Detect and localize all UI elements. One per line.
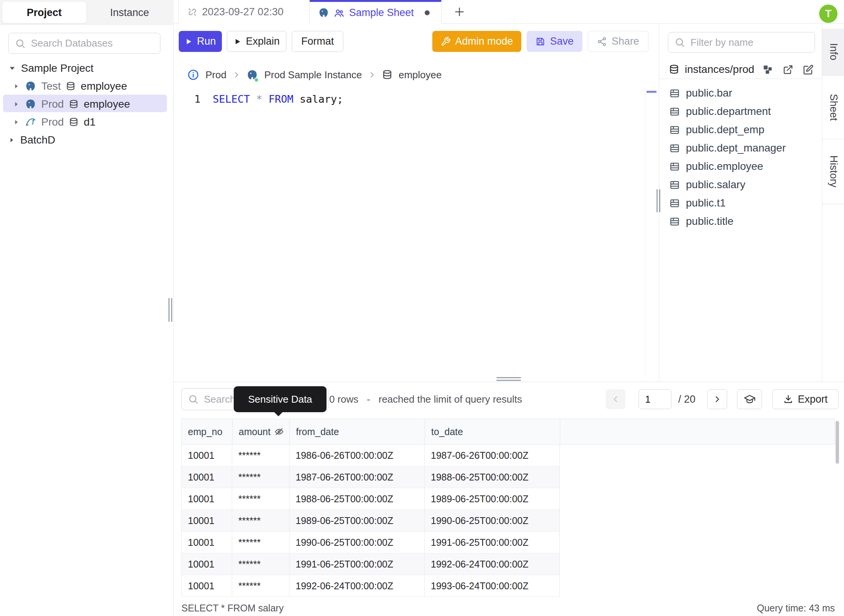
avatar[interactable]: T [819, 5, 838, 23]
table-name: public.dept_manager [686, 142, 786, 154]
table-item-public-bar[interactable]: public.bar [669, 84, 732, 102]
next-page-button[interactable] [707, 389, 727, 409]
breadcrumb-environment[interactable]: Prod [205, 69, 226, 81]
tab-info[interactable]: Info [822, 29, 844, 76]
table-item-public-dept-manager[interactable]: public.dept_manager [669, 139, 786, 157]
schema-panel: instances/prod public.bar public.departm… [659, 24, 822, 382]
eye-off-icon[interactable] [274, 427, 284, 437]
table-name: public.employee [686, 160, 763, 173]
tree-item-sample-project[interactable]: Sample Project [0, 59, 174, 77]
download-icon [783, 394, 793, 404]
breadcrumb-instance[interactable]: Prod Sample Instance [264, 69, 362, 81]
chevron-right-icon [233, 71, 240, 79]
tab-history[interactable]: History [822, 139, 844, 204]
column-header-filler [560, 419, 834, 444]
table-item-public-employee[interactable]: public.employee [669, 157, 763, 176]
tab-project[interactable]: Project [2, 2, 86, 23]
format-label: Format [301, 35, 334, 47]
page-number-input[interactable] [639, 389, 671, 409]
tree-item-prod-d1[interactable]: Prod d1 [0, 113, 174, 131]
table-item-public-dept-emp[interactable]: public.dept_emp [669, 121, 764, 139]
export-button[interactable]: Export [772, 389, 839, 409]
table-row: 10001 ****** 1988-06-25T00:00:00Z 1989-0… [181, 488, 560, 510]
editor-minimap[interactable] [645, 88, 657, 377]
cell-emp-no: 10001 [182, 553, 232, 575]
cell-from-date: 1988-06-25T00:00:00Z [289, 488, 425, 510]
new-tab-button[interactable] [448, 0, 471, 24]
external-link-icon[interactable] [783, 65, 793, 75]
cell-amount-masked: ****** [232, 466, 289, 488]
breadcrumb: Prod Prod Sample Instance employee [187, 65, 441, 85]
status-dot [254, 77, 259, 82]
unsaved-indicator-dot [425, 10, 430, 15]
cell-from-date: 1990-06-25T00:00:00Z [289, 532, 425, 553]
database-icon [66, 81, 76, 91]
tree-item-prod-employee[interactable]: Prod employee [0, 95, 174, 113]
results-resize-handle[interactable] [496, 377, 521, 381]
minimap-line-marker [647, 91, 656, 93]
table-filter-input[interactable] [690, 37, 808, 48]
cell-to-date: 1990-06-25T00:00:00Z [425, 510, 559, 531]
table-item-public-title[interactable]: public.title [669, 212, 734, 231]
users-icon [334, 8, 344, 18]
wrench-icon [441, 37, 451, 47]
result-view-mode-button[interactable] [737, 389, 762, 409]
table-item-public-t1[interactable]: public.t1 [669, 194, 726, 212]
schema-panel-resize-handle[interactable] [656, 189, 660, 212]
table-item-public-department[interactable]: public.department [669, 102, 771, 121]
table-icon [669, 161, 680, 172]
cell-from-date: 1989-06-25T00:00:00Z [289, 510, 425, 531]
table-scrollbar-thumb[interactable] [836, 421, 839, 464]
format-button[interactable]: Format [292, 31, 343, 52]
sql-editor-app: Project Instance Sample Project Test emp… [0, 0, 844, 616]
schema-diagram-icon[interactable] [763, 65, 773, 75]
run-button[interactable]: Run [179, 31, 222, 52]
cell-amount-masked: ****** [232, 553, 289, 575]
summary-separator: - [367, 393, 370, 405]
prev-page-button[interactable] [606, 389, 626, 409]
database-name: employee [81, 80, 127, 92]
admin-mode-button[interactable]: Admin mode [432, 31, 521, 52]
tree-item-test-employee[interactable]: Test employee [0, 77, 174, 95]
sql-editor[interactable]: 1 SELECT * FROM salary; [174, 88, 659, 378]
share-button[interactable]: Share [588, 31, 648, 52]
sidebar-resize-handle[interactable] [168, 298, 172, 322]
table-name: public.t1 [686, 197, 726, 209]
search-icon [674, 37, 685, 48]
database-search-input[interactable] [31, 37, 154, 49]
save-button[interactable]: Save [527, 31, 582, 52]
tab-instance[interactable]: Instance [88, 2, 172, 23]
table-item-public-salary[interactable]: public.salary [669, 176, 745, 194]
tab-sheet[interactable]: Sheet [822, 76, 844, 139]
sensitive-data-tooltip: Sensitive Data [234, 386, 327, 412]
postgres-icon [25, 98, 36, 110]
table-row: 10001 ****** 1989-06-25T00:00:00Z 1990-0… [181, 510, 560, 532]
edit-icon[interactable] [803, 65, 813, 75]
table-filter-box [668, 32, 815, 53]
explain-button[interactable]: Explain [227, 31, 286, 52]
postgres-icon [25, 81, 36, 92]
info-icon[interactable] [187, 69, 199, 81]
tab-info-label: Info [828, 43, 839, 60]
chevron-left-icon [611, 395, 620, 403]
query-time: Query time: 43 ms [757, 603, 835, 614]
divider [659, 79, 822, 79]
cell-from-date: 1992-06-24T00:00:00Z [289, 575, 425, 597]
table-name: public.department [686, 105, 771, 118]
explain-label: Explain [246, 35, 280, 47]
executed-statement: SELECT * FROM salary [181, 603, 284, 614]
share-icon [597, 37, 607, 47]
sheet-tab-sample-sheet[interactable]: Sample Sheet [310, 0, 441, 24]
export-label: Export [798, 393, 828, 405]
breadcrumb-database[interactable]: employee [399, 69, 442, 81]
cell-emp-no: 10001 [182, 445, 232, 466]
database-search-box [8, 33, 160, 54]
plus-icon [454, 6, 465, 18]
project-name: BatchD [20, 134, 55, 146]
editor-code-line[interactable]: SELECT * FROM salary; [213, 93, 343, 105]
table-icon [669, 216, 680, 227]
cell-emp-no: 10001 [182, 510, 232, 531]
tree-item-batchd[interactable]: BatchD [0, 131, 174, 149]
cell-amount-masked: ****** [232, 510, 289, 531]
sheet-tab-draft[interactable]: 2023-09-27 02:30 [178, 0, 310, 24]
